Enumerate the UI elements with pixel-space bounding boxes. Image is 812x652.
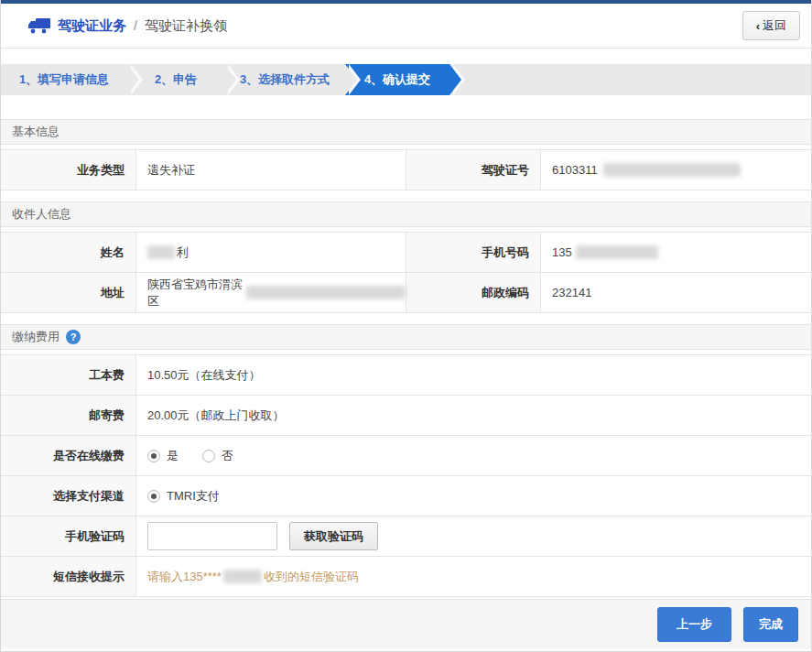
sms-hint-label: 短信接收提示 bbox=[1, 557, 136, 596]
phone-prefix: 135 bbox=[552, 245, 572, 259]
radio-option-yes[interactable]: 是 bbox=[147, 448, 179, 464]
table-row: 邮寄费 20.00元（邮政上门收取） bbox=[1, 396, 811, 436]
back-chevron-icon: ‹ bbox=[756, 19, 760, 33]
captcha-label: 手机验证码 bbox=[1, 516, 136, 556]
section-recipient-info: 收件人信息 姓名 利 手机号码 135 地址 陕西省宝鸡市渭滨区 bbox=[1, 201, 811, 313]
license-no-label: 驾驶证号 bbox=[406, 150, 541, 190]
radio-option-tmri[interactable]: TMRI支付 bbox=[147, 488, 220, 505]
section-title: 基本信息 bbox=[12, 124, 60, 140]
business-type-value: 遗失补证 bbox=[136, 150, 406, 190]
finish-button[interactable]: 完成 bbox=[743, 607, 798, 642]
section-fee-info-header: 缴纳费用 ? bbox=[1, 324, 811, 350]
sms-hint-value: 请输入135**** 收到的短信验证码 bbox=[136, 557, 811, 596]
license-no-value: 6103311 bbox=[541, 150, 811, 190]
section-recipient-info-header: 收件人信息 bbox=[1, 201, 811, 227]
table-row: 短信接收提示 请输入135**** 收到的短信验证码 bbox=[1, 557, 811, 597]
redacted-name bbox=[147, 245, 175, 259]
table-row: 姓名 利 手机号码 135 bbox=[1, 233, 811, 273]
pay-channel-options: TMRI支付 bbox=[136, 476, 811, 516]
tab-step-4-active[interactable]: 4、确认提交 bbox=[345, 64, 449, 95]
radio-option-yes-label: 是 bbox=[167, 448, 179, 464]
radio-option-tmri-label: TMRI支付 bbox=[167, 488, 220, 505]
recipient-info-table: 姓名 利 手机号码 135 地址 陕西省宝鸡市渭滨区 邮政编码 23214 bbox=[1, 232, 811, 313]
phone-value: 135 bbox=[541, 233, 811, 272]
basic-info-table: 业务类型 遗失补证 驾驶证号 6103311 bbox=[1, 149, 811, 190]
section-title: 收件人信息 bbox=[12, 206, 71, 223]
sms-hint-suffix: 收到的短信验证码 bbox=[264, 569, 359, 585]
postcode-value: 232141 bbox=[541, 273, 811, 312]
redacted-license-no bbox=[603, 163, 741, 177]
name-label: 姓名 bbox=[1, 233, 136, 272]
tab-step-1[interactable]: 1、填写申请信息 bbox=[1, 64, 127, 95]
sms-hint-prefix: 请输入135**** bbox=[147, 569, 222, 585]
section-basic-info-header: 基本信息 bbox=[1, 119, 811, 145]
captcha-input[interactable] bbox=[147, 522, 277, 550]
online-pay-options: 是 否 bbox=[136, 436, 811, 475]
page-title: 驾驶证业务 bbox=[58, 17, 126, 35]
address-label: 地址 bbox=[1, 273, 136, 312]
footer-action-bar: 上一步 完成 bbox=[1, 599, 811, 648]
captcha-field-area: 获取验证码 bbox=[136, 516, 811, 556]
postage-label: 邮寄费 bbox=[1, 396, 136, 435]
name-suffix: 利 bbox=[177, 244, 189, 261]
redacted-phone bbox=[576, 245, 658, 259]
postcode-label: 邮政编码 bbox=[406, 273, 541, 312]
business-type-label: 业务类型 bbox=[1, 150, 136, 190]
fee-info-table: 工本费 10.50元（在线支付） 邮寄费 20.00元（邮政上门收取） 是否在线… bbox=[1, 354, 811, 597]
help-icon[interactable]: ? bbox=[66, 330, 81, 344]
pay-channel-label: 选择支付渠道 bbox=[1, 476, 136, 516]
table-row: 业务类型 遗失补证 驾驶证号 6103311 bbox=[1, 150, 811, 190]
section-title: 缴纳费用 bbox=[12, 329, 60, 345]
tab-step-3[interactable]: 3、选择取件方式 bbox=[224, 64, 345, 95]
breadcrumb-current: 驾驶证补换领 bbox=[145, 17, 227, 35]
breadcrumb: 驾驶证业务 / 驾驶证补换领 bbox=[28, 17, 227, 35]
truck-icon bbox=[28, 17, 50, 34]
table-row: 工本费 10.50元（在线支付） bbox=[1, 355, 811, 396]
phone-label: 手机号码 bbox=[406, 233, 541, 272]
radio-checked-icon bbox=[147, 490, 160, 503]
name-value: 利 bbox=[136, 233, 406, 272]
cost-label: 工本费 bbox=[1, 355, 136, 395]
table-row: 手机验证码 获取验证码 bbox=[1, 516, 811, 557]
breadcrumb-divider: / bbox=[134, 18, 137, 33]
page: 驾驶证业务 / 驾驶证补换领 ‹ 返回 1、填写申请信息 2、申告 3、选择取件… bbox=[0, 0, 812, 652]
table-row: 地址 陕西省宝鸡市渭滨区 邮政编码 232141 bbox=[1, 273, 811, 313]
postage-value: 20.00元（邮政上门收取） bbox=[136, 396, 811, 435]
header: 驾驶证业务 / 驾驶证补换领 ‹ 返回 bbox=[1, 4, 811, 49]
section-fee-info: 缴纳费用 ? 工本费 10.50元（在线支付） 邮寄费 20.00元（邮政上门收… bbox=[1, 324, 811, 597]
prev-step-button[interactable]: 上一步 bbox=[657, 607, 731, 642]
back-button-label: 返回 bbox=[763, 17, 786, 34]
radio-checked-icon bbox=[147, 450, 160, 462]
get-code-button[interactable]: 获取验证码 bbox=[289, 522, 378, 550]
table-row: 选择支付渠道 TMRI支付 bbox=[1, 476, 811, 516]
radio-option-no[interactable]: 否 bbox=[202, 448, 233, 464]
radio-option-no-label: 否 bbox=[222, 448, 233, 464]
redacted-sms-phone bbox=[223, 570, 262, 583]
redacted-address bbox=[246, 286, 406, 299]
online-pay-label: 是否在线缴费 bbox=[1, 436, 136, 475]
address-prefix: 陕西省宝鸡市渭滨区 bbox=[147, 277, 244, 310]
cost-value: 10.50元（在线支付） bbox=[136, 355, 811, 395]
address-value: 陕西省宝鸡市渭滨区 bbox=[136, 273, 406, 312]
radio-unchecked-icon bbox=[202, 450, 215, 462]
step-tabs: 1、填写申请信息 2、申告 3、选择取件方式 4、确认提交 bbox=[1, 64, 811, 95]
back-button[interactable]: ‹ 返回 bbox=[742, 11, 800, 40]
license-no-prefix: 6103311 bbox=[552, 163, 598, 177]
section-basic-info: 基本信息 业务类型 遗失补证 驾驶证号 6103311 bbox=[1, 119, 811, 190]
table-row: 是否在线缴费 是 否 bbox=[1, 436, 811, 476]
